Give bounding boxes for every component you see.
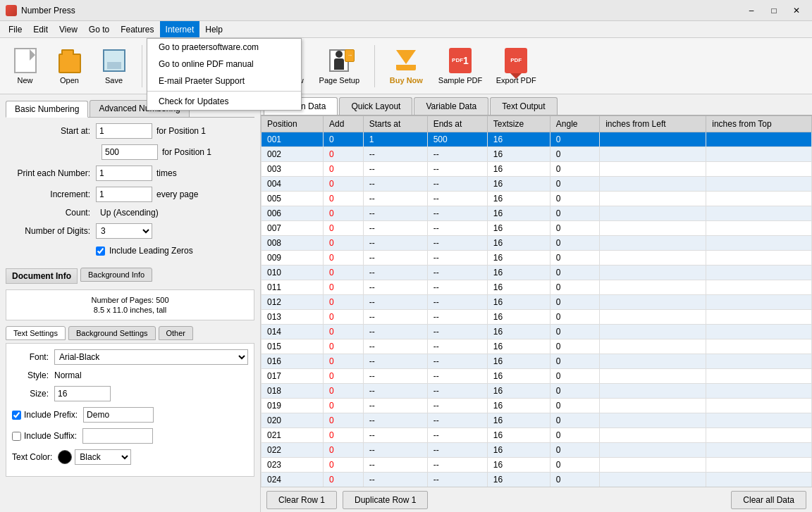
table-row[interactable]: 0220----160 bbox=[262, 443, 812, 458]
table-row[interactable]: 0230----160 bbox=[262, 458, 812, 473]
toolbar: New Open Save + - 1 2 bbox=[0, 38, 812, 94]
data-table-container[interactable]: Position Add Starts at Ends at Textsize … bbox=[261, 115, 812, 487]
table-row[interactable]: 0080----160 bbox=[262, 236, 812, 251]
page-setup-label: Page Setup bbox=[319, 76, 360, 85]
prefix-label: Include Prefix: bbox=[24, 410, 78, 420]
print-each-input[interactable] bbox=[96, 166, 152, 181]
table-row[interactable]: 0160----160 bbox=[262, 354, 812, 369]
table-row[interactable]: 0210----160 bbox=[262, 428, 812, 443]
table-row[interactable]: 0200----160 bbox=[262, 413, 812, 428]
tab-variable-data[interactable]: Variable Data bbox=[414, 97, 488, 115]
count-value: Up (Ascending) bbox=[100, 208, 159, 218]
for-position-1-text: for Position 1 bbox=[156, 126, 206, 136]
for-position-1-text-2: for Position 1 bbox=[162, 147, 211, 157]
table-row[interactable]: 0060----160 bbox=[262, 206, 812, 221]
tab-quick-layout[interactable]: Quick Layout bbox=[339, 97, 412, 115]
page-setup-button[interactable]: → Page Setup bbox=[313, 42, 366, 91]
color-select[interactable]: Black White Red Blue bbox=[75, 449, 131, 465]
table-row[interactable]: 0190----160 bbox=[262, 399, 812, 413]
table-row[interactable]: 0040----160 bbox=[262, 177, 812, 192]
col-ends-at: Ends at bbox=[427, 116, 487, 132]
table-row[interactable]: 0120----160 bbox=[262, 295, 812, 310]
num-digits-group: Number of Digits: 3 1 2 4 bbox=[6, 223, 254, 239]
dropdown-goto-manual[interactable]: Go to online PDF manual bbox=[147, 56, 301, 73]
suffix-checkbox[interactable] bbox=[12, 432, 21, 441]
minimize-button[interactable]: – bbox=[742, 3, 761, 18]
increment-input[interactable] bbox=[96, 187, 152, 202]
times-text: times bbox=[156, 168, 177, 178]
leading-zeros-checkbox[interactable] bbox=[96, 246, 105, 256]
background-settings-tab[interactable]: Background Settings bbox=[68, 326, 156, 340]
font-label: Font: bbox=[12, 352, 54, 362]
title-bar-controls[interactable]: – □ ✕ bbox=[742, 3, 806, 18]
buy-now-label: Buy Now bbox=[390, 76, 423, 85]
dropdown-goto-website[interactable]: Go to praetersoftware.com bbox=[147, 39, 301, 56]
col-textsize: Textsize bbox=[487, 116, 550, 132]
clear-all-button[interactable]: Clear all Data bbox=[731, 491, 806, 509]
table-row[interactable]: 0130----160 bbox=[262, 310, 812, 325]
other-tab[interactable]: Other bbox=[159, 326, 194, 340]
menu-goto[interactable]: Go to bbox=[83, 21, 115, 37]
dropdown-email-support[interactable]: E-mail Praeter Support bbox=[147, 73, 301, 89]
table-row[interactable]: 0070----160 bbox=[262, 221, 812, 236]
tab-text-output[interactable]: Text Output bbox=[490, 97, 557, 115]
buy-now-button[interactable]: Buy Now bbox=[383, 42, 429, 91]
maximize-button[interactable]: □ bbox=[764, 3, 784, 18]
table-body: 001015001600020----1600030----1600040---… bbox=[262, 132, 812, 487]
table-row[interactable]: 0090----160 bbox=[262, 251, 812, 266]
table-row[interactable]: 0050----160 bbox=[262, 192, 812, 206]
table-row[interactable]: 0140----160 bbox=[262, 325, 812, 339]
table-row[interactable]: 0170----160 bbox=[262, 369, 812, 384]
col-position: Position bbox=[262, 116, 324, 132]
prefix-checkbox[interactable] bbox=[12, 411, 21, 420]
prefix-group: Include Prefix: bbox=[12, 407, 248, 423]
open-label: Open bbox=[60, 76, 79, 85]
save-button[interactable]: Save bbox=[94, 42, 133, 91]
new-label: New bbox=[17, 76, 32, 85]
close-button[interactable]: ✕ bbox=[787, 3, 806, 18]
table-row[interactable]: 0180----160 bbox=[262, 384, 812, 399]
end-at-group: for Position 1 bbox=[90, 144, 254, 160]
end-at-input[interactable] bbox=[102, 144, 158, 160]
menu-internet[interactable]: Internet bbox=[160, 21, 200, 37]
every-page-text: every page bbox=[156, 189, 198, 199]
new-button[interactable]: New bbox=[6, 42, 44, 91]
start-at-input[interactable] bbox=[96, 123, 152, 139]
table-row[interactable]: 00101500160 bbox=[262, 132, 812, 147]
table-row[interactable]: 0110----160 bbox=[262, 280, 812, 295]
num-digits-select[interactable]: 3 1 2 4 bbox=[96, 223, 152, 239]
background-info-tab[interactable]: Background Info bbox=[80, 268, 152, 282]
col-left: inches from Left bbox=[600, 116, 706, 132]
menu-features[interactable]: Features bbox=[115, 21, 159, 37]
col-angle: Angle bbox=[550, 116, 599, 132]
menu-edit[interactable]: Edit bbox=[27, 21, 54, 37]
toolbar-sep-1 bbox=[142, 45, 142, 87]
duplicate-row-button[interactable]: Duplicate Row 1 bbox=[343, 491, 428, 509]
size-input[interactable] bbox=[54, 386, 111, 401]
pages-text: Number of Pages: 500 bbox=[11, 296, 250, 304]
doc-info-header[interactable]: Document Info bbox=[6, 268, 78, 284]
menu-file[interactable]: File bbox=[3, 21, 27, 37]
open-button[interactable]: Open bbox=[50, 42, 89, 91]
menu-view[interactable]: View bbox=[54, 21, 83, 37]
menu-help[interactable]: Help bbox=[199, 21, 228, 37]
size-text: 8.5 x 11.0 inches, tall bbox=[11, 306, 250, 314]
table-row[interactable]: 0240----160 bbox=[262, 473, 812, 487]
text-settings-tab[interactable]: Text Settings bbox=[6, 326, 66, 340]
clear-row-button[interactable]: Clear Row 1 bbox=[266, 491, 337, 509]
font-select[interactable]: Arial-Black bbox=[54, 349, 248, 365]
text-settings-section: Font: Arial-Black Style: Normal Size: In… bbox=[6, 343, 254, 477]
table-row[interactable]: 0100----160 bbox=[262, 266, 812, 280]
export-pdf-icon: PDF bbox=[503, 48, 529, 73]
left-panel: Basic Numbering Advanced Numbering Start… bbox=[0, 94, 261, 512]
tab-basic-numbering[interactable]: Basic Numbering bbox=[6, 101, 88, 118]
suffix-input[interactable] bbox=[82, 428, 153, 444]
export-pdf-button[interactable]: PDF Export PDF bbox=[491, 42, 541, 91]
color-swatch[interactable] bbox=[58, 450, 72, 464]
table-row[interactable]: 0020----160 bbox=[262, 147, 812, 162]
table-row[interactable]: 0150----160 bbox=[262, 339, 812, 354]
prefix-input[interactable] bbox=[83, 407, 154, 423]
dropdown-check-updates[interactable]: Check for Updates bbox=[147, 93, 301, 110]
table-row[interactable]: 0030----160 bbox=[262, 162, 812, 177]
sample-pdf-button[interactable]: PDF 1 Sample PDF bbox=[435, 42, 486, 91]
